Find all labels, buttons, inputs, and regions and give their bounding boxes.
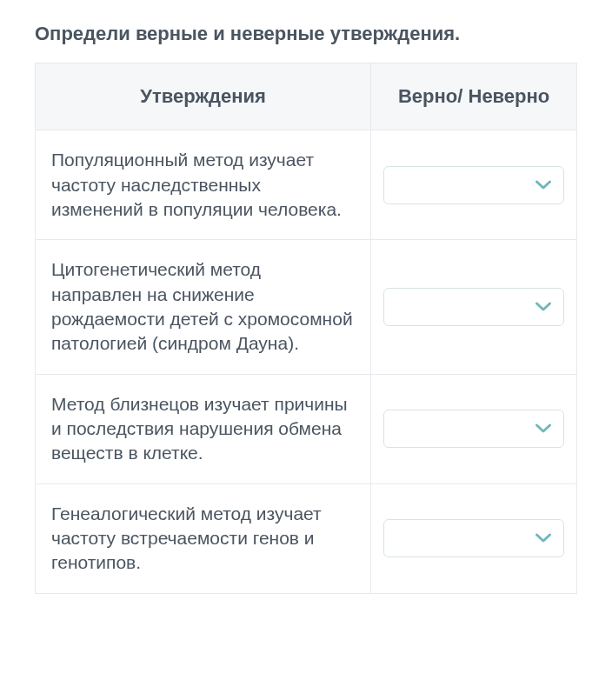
header-statements: Утверждения — [36, 63, 371, 130]
answer-dropdown[interactable] — [383, 519, 564, 557]
answer-dropdown[interactable] — [383, 410, 564, 448]
chevron-down-icon — [536, 423, 551, 434]
statement-text: Популяционный метод изучает частоту насл… — [36, 130, 371, 240]
statement-text: Цитогенетический метод направлен на сниж… — [36, 240, 371, 374]
table-row: Популяционный метод изучает частоту насл… — [36, 130, 577, 240]
answer-dropdown[interactable] — [383, 166, 564, 204]
instruction-text: Определи верные и неверные утверждения. — [35, 22, 577, 47]
table-row: Цитогенетический метод направлен на сниж… — [36, 240, 577, 374]
table-row: Генеалогический метод изучает частоту вс… — [36, 483, 577, 593]
header-answer: Верно/ Неверно — [371, 63, 577, 130]
table-row: Метод близнецов изучает причины и послед… — [36, 374, 577, 483]
answer-dropdown[interactable] — [383, 288, 564, 326]
statement-text: Метод близнецов изучает причины и послед… — [36, 374, 371, 483]
chevron-down-icon — [536, 302, 551, 312]
statements-table: Утверждения Верно/ Неверно Популяционный… — [35, 63, 577, 594]
statement-text: Генеалогический метод изучает частоту вс… — [36, 483, 371, 593]
chevron-down-icon — [536, 180, 551, 190]
chevron-down-icon — [536, 533, 551, 543]
